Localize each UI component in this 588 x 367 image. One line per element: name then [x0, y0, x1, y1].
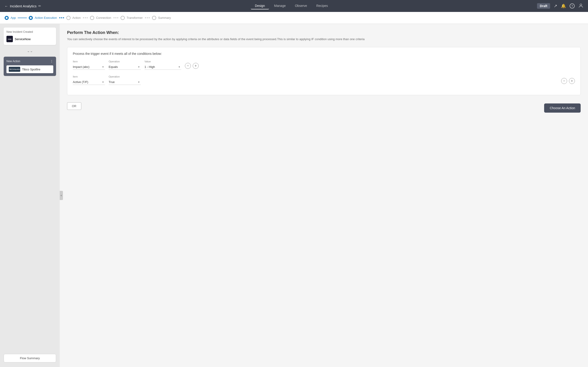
- operation-label-2: Operation: [109, 75, 141, 78]
- main-layout: New Incident Created now ServiceNow ⌄⌄ N…: [0, 24, 588, 367]
- content-area: Perform The Action When: You can selecti…: [60, 24, 588, 367]
- page-title: Perform The Action When:: [67, 30, 581, 35]
- sidebar: New Incident Created now ServiceNow ⌄⌄ N…: [0, 24, 60, 367]
- step-dot: [149, 17, 150, 18]
- trigger-card: New Incident Created now ServiceNow: [4, 27, 56, 45]
- add-condition-2-button[interactable]: +: [569, 78, 575, 84]
- item-field-2: Item Active (T/F): [73, 75, 105, 85]
- step-dots-4: [145, 17, 150, 18]
- svg-point-0: [580, 4, 582, 6]
- step-dots-1: [59, 17, 64, 18]
- step-summary[interactable]: Summary: [152, 16, 171, 20]
- step-dots-2: [83, 17, 88, 18]
- step-dot: [61, 17, 62, 18]
- step-dot: [145, 17, 146, 18]
- step-action[interactable]: Action: [66, 16, 81, 20]
- item-select-1[interactable]: Impact (abc): [73, 64, 105, 70]
- condition-row-1-buttons: − +: [185, 63, 199, 70]
- tibco-spotfire-icon: TIBCO●Spotfire: [9, 67, 20, 72]
- bottom-actions: OR Choose An Action: [67, 100, 581, 113]
- top-nav: ← Incident Analytics ✏ Design Manage Obs…: [0, 0, 588, 12]
- value-label-1: Value: [145, 60, 181, 63]
- step-dot: [117, 17, 118, 18]
- back-arrow-icon: ←: [5, 4, 8, 8]
- remove-condition-1-button[interactable]: −: [185, 63, 191, 69]
- operation-select-1[interactable]: Equals: [109, 64, 141, 70]
- step-action-label: Action: [72, 16, 81, 19]
- step-action-execution-label: Action Execution: [35, 16, 57, 19]
- nav-tab-design[interactable]: Design: [251, 2, 269, 9]
- step-summary-circle: [152, 16, 156, 20]
- step-dot: [59, 17, 61, 18]
- collapse-chevron-icon: <: [61, 194, 62, 197]
- nav-tab-recipes[interactable]: Recipes: [312, 2, 332, 9]
- operation-select-2[interactable]: True: [109, 79, 141, 85]
- operation-label-1: Operation: [109, 60, 141, 63]
- operation-select-wrapper-2: True: [109, 79, 141, 85]
- nav-tab-observe[interactable]: Observe: [291, 2, 311, 9]
- remove-condition-2-button[interactable]: −: [561, 78, 567, 84]
- step-action-circle: [66, 16, 70, 20]
- app-title: Incident Analytics: [10, 4, 36, 8]
- action-card: New Action ⋮ TIBCO●Spotfire Tibco Spotfi…: [4, 57, 56, 76]
- trigger-app-name: ServiceNow: [15, 37, 31, 41]
- action-app-item: TIBCO●Spotfire Tibco Spotfire: [6, 65, 53, 73]
- step-dot: [83, 17, 84, 18]
- sidebar-collapse-handle[interactable]: <: [60, 191, 63, 200]
- value-field-1: Value 1 - High: [145, 60, 181, 70]
- user-icon[interactable]: [578, 3, 583, 9]
- nav-tabs: Design Manage Observe Recipes: [46, 2, 537, 9]
- servicenow-icon: now: [6, 36, 13, 42]
- action-card-header: New Action ⋮: [6, 59, 53, 63]
- condition-row-2-buttons: − +: [561, 78, 575, 85]
- item-select-2[interactable]: Active (T/F): [73, 79, 105, 85]
- add-condition-1-button[interactable]: +: [193, 63, 199, 69]
- step-app[interactable]: App: [5, 16, 16, 20]
- or-button[interactable]: OR: [67, 102, 81, 110]
- item-select-wrapper-1: Impact (abc): [73, 64, 105, 70]
- action-card-title: New Action: [6, 60, 20, 63]
- external-link-icon[interactable]: ↗: [554, 3, 557, 8]
- step-dot: [115, 17, 116, 18]
- trigger-card-title: New Incident Created: [6, 30, 53, 33]
- step-action-execution-circle: [29, 16, 33, 20]
- nav-right: Draft ↗ 🔔 ?: [537, 3, 583, 9]
- step-dots-3: [113, 17, 118, 18]
- content-description: You can selectively choose the events of…: [67, 37, 581, 42]
- nav-tab-manage[interactable]: Manage: [270, 2, 290, 9]
- bell-icon[interactable]: 🔔: [561, 3, 566, 8]
- condition-row-2: Item Active (T/F) Operation True: [73, 75, 575, 85]
- step-bar: App Action Execution Action Connection T…: [0, 12, 588, 24]
- conditions-title: Process the trigger event if it meets al…: [73, 52, 575, 56]
- step-dot: [85, 17, 86, 18]
- value-select-1[interactable]: 1 - High: [145, 64, 181, 70]
- step-summary-label: Summary: [158, 16, 171, 19]
- step-connection[interactable]: Connection: [90, 16, 111, 20]
- action-menu-button[interactable]: ⋮: [50, 59, 53, 63]
- item-field-1: Item Impact (abc): [73, 60, 105, 70]
- step-connection-label: Connection: [96, 16, 111, 19]
- item-label-2: Item: [73, 75, 105, 78]
- step-transformer-label: Transformer: [127, 16, 143, 19]
- step-dot: [147, 17, 148, 18]
- flow-summary-button[interactable]: Flow Summary: [4, 354, 56, 362]
- conditions-box: Process the trigger event if it meets al…: [67, 47, 581, 95]
- step-action-execution[interactable]: Action Execution: [29, 16, 57, 20]
- operation-field-1: Operation Equals: [109, 60, 141, 70]
- nav-back-button[interactable]: ← Incident Analytics ✏: [5, 4, 41, 8]
- choose-action-button[interactable]: Choose An Action: [544, 103, 581, 113]
- help-icon[interactable]: ?: [570, 3, 575, 8]
- step-dot: [63, 17, 64, 18]
- trigger-app-item: now ServiceNow: [6, 36, 53, 42]
- value-select-wrapper-1: 1 - High: [145, 64, 181, 70]
- condition-row-1: Item Impact (abc) Operation Equals: [73, 60, 575, 70]
- step-app-circle: [5, 16, 9, 20]
- step-connection-circle: [90, 16, 94, 20]
- step-transformer[interactable]: Transformer: [121, 16, 143, 20]
- operation-field-2: Operation True: [109, 75, 141, 85]
- step-line-1: [18, 18, 27, 18]
- step-dot: [113, 17, 115, 18]
- edit-icon[interactable]: ✏: [38, 4, 41, 8]
- step-transformer-circle: [121, 16, 125, 20]
- action-app-name: Tibco Spotfire: [22, 68, 40, 71]
